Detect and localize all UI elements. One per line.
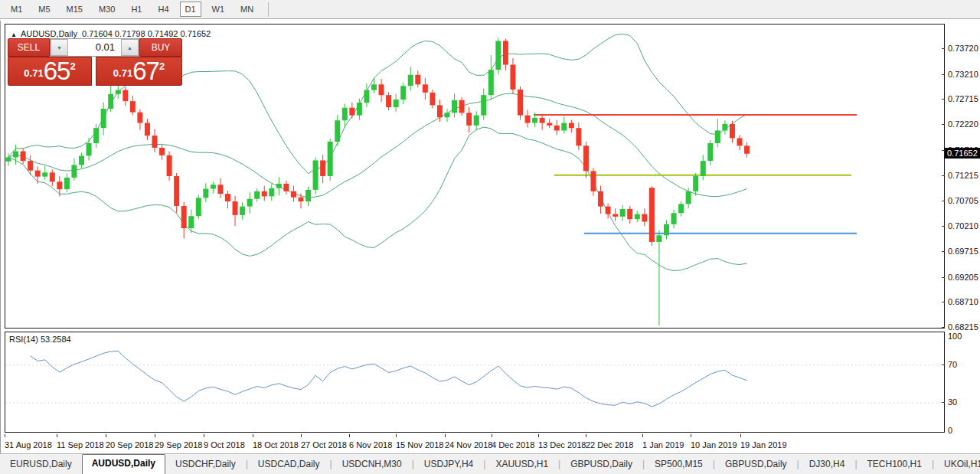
tab-gbpusd-daily[interactable]: GBPUSD,Daily [560, 456, 642, 474]
buy-price-big: 67 [132, 58, 159, 83]
chart-tab-bar: EURUSD,DailyAUDUSD,DailyUSDCHF,Daily|USD… [0, 453, 980, 474]
date-axis-tick [492, 434, 492, 437]
date-axis-label: 15 Nov 2018 [396, 440, 443, 449]
date-axis-tick [642, 434, 643, 437]
date-axis-tick [204, 434, 204, 437]
price-axis-label: 0.69205 [948, 273, 978, 282]
tab-usdcnh-m30[interactable]: USDCNH,M30 [332, 456, 412, 474]
price-axis-label: 0.73210 [948, 70, 978, 79]
timeframe-button-w1[interactable]: W1 [207, 2, 230, 17]
tab-audusd-daily[interactable]: AUDUSD,Daily [82, 454, 165, 474]
date-axis-label: 22 Dec 2018 [586, 440, 633, 449]
price-axis-label: 0.72220 [948, 119, 978, 129]
date-axis-tick [301, 434, 302, 437]
timeframe-button-h4[interactable]: H4 [152, 2, 174, 17]
rsi-indicator-area[interactable]: RSI(14) 53.2584 [5, 332, 945, 433]
date-axis-label: 10 Jan 2019 [691, 440, 737, 449]
rsi-axis-label: 0 [948, 426, 952, 435]
buy-price-small: 0.71 [113, 64, 132, 83]
date-axis-label: 1 Jan 2019 [642, 440, 684, 449]
price-axis-tick [942, 201, 945, 201]
date-axis-label: 19 Jan 2019 [740, 440, 787, 449]
tab-gbpusd-daily[interactable]: GBPUSD,Daily [715, 456, 797, 474]
sell-button[interactable]: SELL [8, 38, 50, 57]
rsi-axis-tick [942, 364, 945, 365]
date-axis-label: 4 Dec 2018 [492, 440, 534, 449]
date-axis-label: 18 Oct 2018 [253, 440, 299, 449]
date-axis-label: 9 Oct 2018 [204, 440, 245, 449]
date-axis-label: 31 Aug 2018 [5, 440, 52, 449]
tab-dj30-h4[interactable]: DJ30,H4 [799, 456, 855, 474]
chart-ohlc-values: 0.71604 0.71798 0.71492 0.71652 [82, 29, 211, 38]
timeframe-button-m1[interactable]: M1 [5, 2, 28, 17]
timeframe-button-h1[interactable]: H1 [126, 2, 147, 17]
price-axis-tick [942, 302, 945, 302]
price-axis-tick [942, 327, 945, 328]
price-axis-label: 0.68710 [948, 297, 978, 306]
tab-usdcad-daily[interactable]: USDCAD,Daily [248, 456, 330, 474]
price-axis-tick [942, 99, 945, 100]
date-axis[interactable]: 31 Aug 201811 Sep 201820 Sep 201829 Sep … [1, 434, 945, 453]
date-axis-tick [740, 434, 741, 437]
buy-price-button[interactable]: 0.71672 [96, 57, 182, 86]
tab-sp500-m15[interactable]: SP500,M15 [645, 456, 713, 474]
date-axis-label: 20 Sep 2018 [106, 440, 153, 449]
price-axis-label: 0.68215 [948, 322, 978, 332]
tab-usdjpy-h4[interactable]: USDJPY,H4 [414, 456, 483, 474]
tab-usdchf-daily[interactable]: USDCHF,Daily [165, 456, 246, 474]
rsi-label: RSI(14) 53.2584 [9, 335, 71, 344]
volume-decrease-icon[interactable]: ▼ [51, 39, 68, 56]
price-axis-tick [942, 48, 945, 49]
price-axis-label: 0.73720 [948, 44, 978, 53]
volume-increase-icon[interactable]: ▲ [121, 39, 139, 56]
rsi-axis-label: 70 [948, 360, 957, 369]
volume-stepper[interactable]: ▼ 0.01 ▲ [50, 38, 139, 57]
date-axis-tick [57, 434, 57, 437]
timeframe-button-mn[interactable]: MN [235, 2, 259, 17]
date-axis-tick [538, 434, 539, 437]
price-axis-label: 0.70210 [948, 221, 978, 230]
date-axis-label: 24 Nov 2018 [445, 440, 492, 449]
mt4-window: M1M5M15M30H1H4D1W1MN ▲AUDUSD,Daily 0.716… [0, 0, 980, 474]
date-axis-label: 13 Dec 2018 [538, 440, 586, 449]
volume-input[interactable]: 0.01 [68, 39, 121, 56]
date-axis-label: 27 Oct 2018 [301, 440, 347, 449]
rsi-axis-label: 100 [948, 332, 962, 341]
date-axis-tick [106, 434, 106, 437]
rsi-axis-label: 30 [948, 397, 957, 407]
chart-title: ▲AUDUSD,Daily 0.71604 0.71798 0.71492 0.… [11, 29, 211, 38]
tab-eurusd-daily[interactable]: EURUSD,Daily [0, 456, 82, 474]
date-axis-tick [396, 434, 397, 437]
chart-expand-icon[interactable]: ▲ [11, 31, 17, 38]
timeframe-button-m15[interactable]: M15 [61, 2, 88, 17]
main-chart-area[interactable]: ▲AUDUSD,Daily 0.71604 0.71798 0.71492 0.… [5, 24, 945, 329]
tab-xauusd-h1[interactable]: XAUUSD,H1 [485, 456, 558, 474]
rsi-line [31, 351, 747, 407]
date-axis-tick [5, 434, 5, 437]
timeframe-button-d1[interactable]: D1 [180, 2, 201, 17]
price-axis-label: 0.70705 [948, 196, 978, 205]
sell-price-button[interactable]: 0.71652 [8, 57, 92, 86]
date-axis-tick [253, 434, 253, 437]
rsi-axis-tick [942, 402, 945, 403]
price-axis-tick [942, 226, 945, 227]
chart-window: ▲AUDUSD,Daily 0.71604 0.71798 0.71492 0.… [0, 21, 980, 453]
date-axis-tick [586, 434, 586, 437]
price-axis-tick [942, 277, 945, 278]
timeframe-button-m30[interactable]: M30 [93, 2, 120, 17]
date-axis-tick [155, 434, 155, 437]
sell-price-small: 0.71 [24, 64, 43, 83]
date-axis-tick [445, 434, 446, 437]
timeframe-button-m5[interactable]: M5 [33, 2, 55, 17]
price-axis-tick [942, 124, 945, 125]
date-axis-label: 6 Nov 2018 [349, 440, 392, 449]
chart-symbol-period: AUDUSD,Daily [21, 29, 77, 38]
price-axis-label: 0.69715 [948, 247, 978, 256]
toolbar-separator [268, 2, 269, 17]
timeframe-toolbar: M1M5M15M30H1H4D1W1MN [0, 0, 980, 19]
sell-price-sup: 2 [70, 50, 75, 83]
tab-ukoil-h1[interactable]: UKOil,H1 [934, 456, 980, 474]
rsi-chart[interactable] [5, 332, 944, 432]
tab-tech100-h1[interactable]: TECH100,H1 [858, 456, 932, 474]
price-axis-label: 0.71215 [948, 171, 978, 180]
